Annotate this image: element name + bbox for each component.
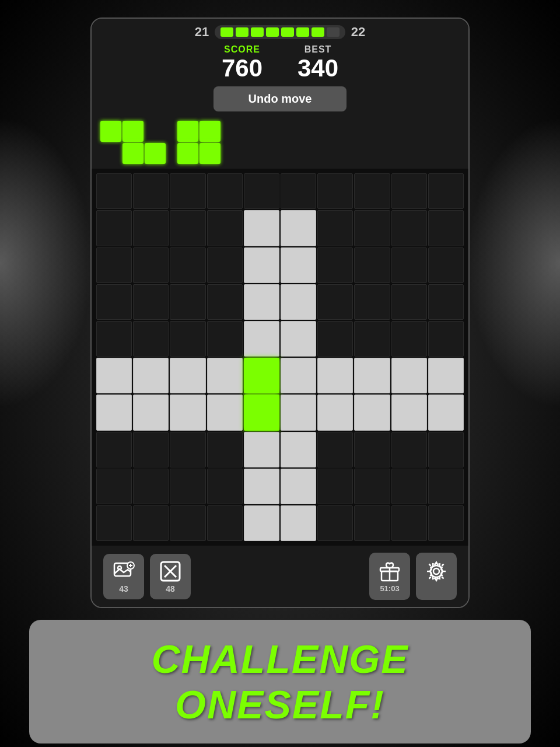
grid-cell[interactable] — [281, 358, 316, 393]
grid-cell[interactable] — [244, 358, 279, 393]
grid-cell[interactable] — [317, 469, 353, 504]
grid-cell[interactable] — [170, 358, 205, 393]
grid-cell[interactable] — [317, 432, 353, 467]
gift-button[interactable]: 51:03 — [369, 553, 410, 600]
grid-cell[interactable] — [207, 173, 243, 209]
grid-cell[interactable] — [354, 505, 390, 541]
grid-cell[interactable] — [170, 395, 205, 430]
grid-cell[interactable] — [170, 321, 205, 357]
grid-cell[interactable] — [170, 284, 205, 320]
grid-cell[interactable] — [281, 395, 316, 430]
grid-cell[interactable] — [354, 395, 390, 430]
grid-cell[interactable] — [96, 432, 132, 467]
grid-cell[interactable] — [133, 173, 169, 209]
grid-cell[interactable] — [428, 284, 464, 320]
settings-button[interactable] — [416, 553, 457, 600]
grid-cell[interactable] — [207, 284, 243, 320]
grid-cell[interactable] — [96, 505, 132, 541]
grid-cell[interactable] — [391, 284, 427, 320]
grid-cell[interactable] — [133, 505, 169, 541]
undo-button[interactable]: Undo move — [214, 86, 347, 111]
grid-cell[interactable] — [133, 321, 169, 357]
grid-cell[interactable] — [317, 284, 353, 320]
grid-cell[interactable] — [170, 432, 205, 467]
grid-cell[interactable] — [133, 432, 169, 467]
grid-cell[interactable] — [281, 505, 316, 541]
grid-cell[interactable] — [428, 173, 464, 209]
grid-cell[interactable] — [391, 321, 427, 357]
grid-cell[interactable] — [170, 173, 205, 209]
grid-cell[interactable] — [428, 247, 464, 283]
grid-cell[interactable] — [244, 173, 279, 209]
grid-cell[interactable] — [133, 210, 169, 246]
grid-cell[interactable] — [244, 284, 279, 320]
grid-cell[interactable] — [170, 469, 205, 504]
grid-cell[interactable] — [96, 210, 132, 246]
grid-cell[interactable] — [96, 358, 132, 393]
grid-cell[interactable] — [354, 358, 390, 393]
grid-cell[interactable] — [428, 432, 464, 467]
grid-cell[interactable] — [428, 358, 464, 393]
grid-cell[interactable] — [207, 358, 243, 393]
grid-cell[interactable] — [281, 432, 316, 467]
grid-cell[interactable] — [133, 284, 169, 320]
grid-cell[interactable] — [391, 469, 427, 504]
grid-cell[interactable] — [170, 505, 205, 541]
grid-cell[interactable] — [244, 432, 279, 467]
grid-cell[interactable] — [207, 432, 243, 467]
grid-cell[interactable] — [317, 210, 353, 246]
grid-cell[interactable] — [317, 358, 353, 393]
grid-cell[interactable] — [207, 469, 243, 504]
grid-cell[interactable] — [391, 358, 427, 393]
grid-cell[interactable] — [317, 505, 353, 541]
grid-cell[interactable] — [391, 210, 427, 246]
grid-cell[interactable] — [207, 505, 243, 541]
grid-cell[interactable] — [96, 284, 132, 320]
grid-cell[interactable] — [133, 469, 169, 504]
grid-cell[interactable] — [391, 173, 427, 209]
grid-cell[interactable] — [428, 321, 464, 357]
grid-cell[interactable] — [207, 210, 243, 246]
grid-cell[interactable] — [244, 469, 279, 504]
grid-cell[interactable] — [207, 321, 243, 357]
grid-cell[interactable] — [96, 247, 132, 283]
grid-cell[interactable] — [428, 210, 464, 246]
grid-cell[interactable] — [428, 505, 464, 541]
grid-cell[interactable] — [317, 395, 353, 430]
grid-cell[interactable] — [96, 173, 132, 209]
grid-cell[interactable] — [207, 247, 243, 283]
grid-cell[interactable] — [391, 432, 427, 467]
grid-cell[interactable] — [170, 247, 205, 283]
grid-cell[interactable] — [96, 469, 132, 504]
grid-cell[interactable] — [391, 247, 427, 283]
grid-cell[interactable] — [244, 210, 279, 246]
grid-cell[interactable] — [354, 321, 390, 357]
grid-cell[interactable] — [428, 395, 464, 430]
grid-cell[interactable] — [317, 247, 353, 283]
grid-cell[interactable] — [244, 247, 279, 283]
grid-cell[interactable] — [133, 247, 169, 283]
grid-cell[interactable] — [354, 247, 390, 283]
grid-cell[interactable] — [317, 173, 353, 209]
grid-cell[interactable] — [281, 210, 316, 246]
grid-cell[interactable] — [354, 210, 390, 246]
grid-cell[interactable] — [354, 432, 390, 467]
add-image-button[interactable]: 43 — [103, 554, 144, 599]
grid-cell[interactable] — [281, 284, 316, 320]
grid-cell[interactable] — [244, 505, 279, 541]
grid-cell[interactable] — [354, 469, 390, 504]
grid-cell[interactable] — [96, 395, 132, 430]
grid-cell[interactable] — [133, 358, 169, 393]
grid-cell[interactable] — [354, 173, 390, 209]
grid-cell[interactable] — [96, 321, 132, 357]
grid-cell[interactable] — [244, 395, 279, 430]
grid-cell[interactable] — [281, 321, 316, 357]
grid-cell[interactable] — [244, 321, 279, 357]
grid-cell[interactable] — [133, 395, 169, 430]
grid-cell[interactable] — [281, 173, 316, 209]
grid-cell[interactable] — [207, 395, 243, 430]
grid-cell[interactable] — [391, 395, 427, 430]
grid-cell[interactable] — [170, 210, 205, 246]
grid-cell[interactable] — [354, 284, 390, 320]
grid-cell[interactable] — [281, 247, 316, 283]
